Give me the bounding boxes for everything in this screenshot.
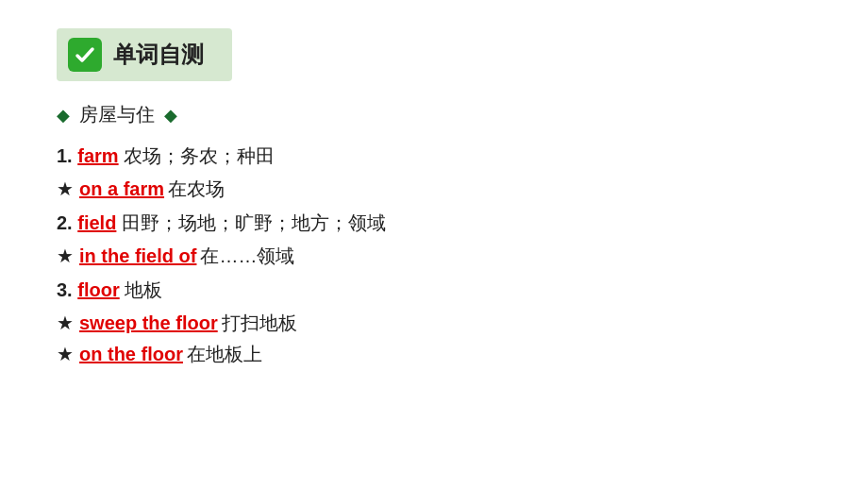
star-blank-3-0: sweep the floor	[79, 312, 218, 334]
star-blank-2-0: in the field of	[79, 245, 196, 267]
star-row-3-1: ★ on the floor 在地板上	[57, 342, 811, 367]
star-row-1-0: ★ on a farm 在农场	[57, 177, 811, 202]
header: 单词自测	[57, 28, 811, 81]
vocab-num-1: 1.	[57, 145, 73, 166]
vocab-item-1: 1. farm 农场；务农；种田	[57, 141, 811, 171]
vocab-definition-1: 农场；务农；种田	[124, 145, 275, 166]
page: 单词自测 ◆ 房屋与住 ◆ 1. farm 农场；务农；种田 ★ on a fa…	[0, 0, 868, 489]
vocab-definition-2: 田野；场地；旷野；地方；领域	[122, 212, 386, 233]
star-icon-2-0: ★	[57, 244, 74, 267]
diamond-icon-left: ◆	[57, 105, 70, 126]
category-row: ◆ 房屋与住 ◆	[57, 102, 811, 127]
star-icon-3-1: ★	[57, 343, 74, 365]
star-def-2-0: 在……领域	[200, 244, 294, 269]
vocab-blank-2: field	[77, 212, 116, 233]
diamond-icon-right: ◆	[164, 105, 177, 126]
check-icon	[68, 38, 102, 72]
star-blank-3-1: on the floor	[79, 344, 183, 365]
vocab-num-2: 2.	[57, 212, 73, 233]
vocab-definition-3: 地板	[125, 279, 162, 300]
star-def-3-1: 在地板上	[187, 342, 262, 367]
star-icon-3-0: ★	[57, 312, 74, 334]
category-label: 房屋与住	[79, 102, 155, 127]
star-row-3-0: ★ sweep the floor 打扫地板	[57, 311, 811, 336]
header-box: 单词自测	[57, 28, 232, 81]
star-blank-1-0: on a farm	[79, 178, 164, 200]
star-icon-1-0: ★	[57, 177, 74, 200]
vocab-item-2: 2. field 田野；场地；旷野；地方；领域	[57, 208, 811, 238]
page-title: 单词自测	[113, 40, 204, 70]
vocab-blank-3: floor	[77, 279, 119, 300]
vocab-num-3: 3.	[57, 279, 73, 300]
star-row-2-0: ★ in the field of 在……领域	[57, 244, 811, 269]
vocab-blank-1: farm	[77, 145, 118, 166]
vocab-item-3: 3. floor 地板	[57, 275, 811, 305]
star-def-1-0: 在农场	[168, 177, 225, 202]
star-def-3-0: 打扫地板	[222, 311, 297, 336]
